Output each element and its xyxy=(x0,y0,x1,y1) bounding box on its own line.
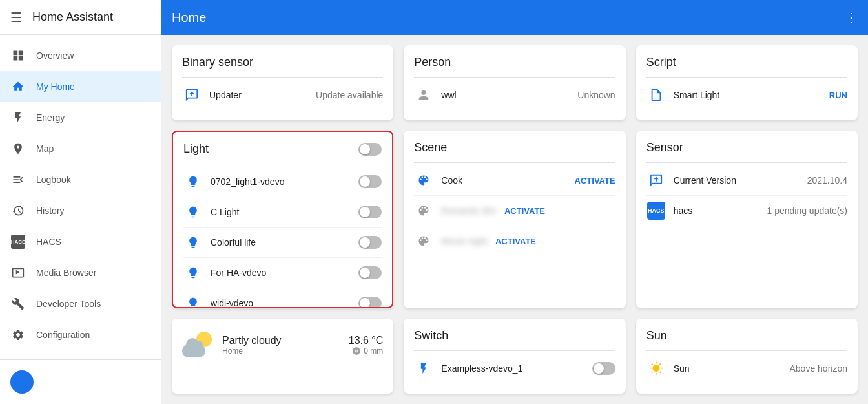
scene-activate-2[interactable]: ACTIVATE xyxy=(495,237,536,246)
switch-example-row[interactable]: Exampless-vdevo_1 xyxy=(414,354,615,383)
light-header: Light xyxy=(183,142,382,156)
scene-cook-row[interactable]: Cook ACTIVATE xyxy=(414,165,615,196)
sun-label: Sun xyxy=(674,363,782,374)
sidebar: ☰ Home Assistant Overview My Home Energy xyxy=(0,0,161,404)
scene-row-2[interactable]: Movie night ACTIVATE xyxy=(414,226,615,256)
divider-sensor xyxy=(646,162,847,163)
topbar: Home ⋮ xyxy=(161,0,868,35)
scene-activate-1[interactable]: ACTIVATE xyxy=(504,206,545,216)
scene-cook-label: Cook xyxy=(441,175,566,186)
light-item-0702[interactable]: 0702_light1-vdevo xyxy=(183,167,382,197)
config-icon xyxy=(10,327,26,343)
switch-example-label: Exampless-vdevo_1 xyxy=(441,363,584,374)
light-widivdevo-label: widi-vdevo xyxy=(211,298,351,308)
script-icon xyxy=(646,85,666,105)
person-title: Person xyxy=(414,56,615,69)
weather-card: Partly cloudy Home 13.6 °C 0 mm xyxy=(172,319,393,394)
main-area: Home ⋮ Binary sensor Updater Update avai… xyxy=(161,0,868,404)
sidebar-item-developer-tools[interactable]: Developer Tools xyxy=(0,288,161,319)
topbar-menu-icon[interactable]: ⋮ xyxy=(845,10,858,25)
sensor-version-row[interactable]: Current Version 2021.10.4 xyxy=(646,165,847,196)
sensor-title: Sensor xyxy=(646,141,847,154)
weather-precip: 0 mm xyxy=(349,346,384,356)
light-item-clight[interactable]: C Light xyxy=(183,197,382,228)
sensor-hacs-icon: HACS xyxy=(646,201,666,220)
person-wwl-row[interactable]: wwl Unknown xyxy=(414,80,615,110)
hacs-label: HACS xyxy=(36,237,150,247)
sidebar-item-hacs[interactable]: HACS HACS xyxy=(0,226,161,257)
sun-card: Sun Sun Above horizon xyxy=(636,319,858,394)
weather-content[interactable]: Partly cloudy Home 13.6 °C 0 mm xyxy=(182,329,383,361)
sidebar-item-myhome[interactable]: My Home xyxy=(0,71,161,102)
light-master-toggle[interactable] xyxy=(358,143,382,156)
light-bulb-icon-1 xyxy=(183,202,203,222)
devtools-icon xyxy=(10,296,26,312)
sidebar-item-notifications[interactable]: Notifications 1 xyxy=(0,350,161,359)
light-bulb-icon-0 xyxy=(183,172,203,191)
light-bulb-icon-3 xyxy=(183,263,203,282)
history-label: History xyxy=(36,206,150,216)
sidebar-item-media-browser[interactable]: Media Browser xyxy=(0,257,161,288)
divider-light xyxy=(183,164,382,164)
devtools-label: Developer Tools xyxy=(36,299,150,309)
sun-row[interactable]: Sun Above horizon xyxy=(646,354,847,383)
light-item-widivdevo[interactable]: widi-vdevo xyxy=(183,288,382,308)
logbook-label: Logbook xyxy=(36,175,150,185)
sidebar-item-history[interactable]: History xyxy=(0,195,161,226)
light-0702-label: 0702_light1-vdevo xyxy=(211,176,351,187)
light-bulb-icon-4 xyxy=(183,293,203,308)
light-colorful-label: Colorful life xyxy=(211,237,351,248)
sidebar-item-configuration[interactable]: Configuration xyxy=(0,319,161,350)
updater-value: Update available xyxy=(316,90,383,100)
divider-person xyxy=(414,77,615,78)
person-icon xyxy=(414,85,433,105)
myhome-label: My Home xyxy=(36,81,150,92)
divider-scene xyxy=(414,162,615,163)
menu-icon[interactable]: ☰ xyxy=(10,10,22,25)
sensor-hacs-value: 1 pending update(s) xyxy=(767,206,847,216)
sensor-hacs-label: hacs xyxy=(674,206,760,216)
sidebar-item-overview[interactable]: Overview xyxy=(0,40,161,71)
light-forhavdevo-toggle[interactable] xyxy=(358,266,382,279)
sensor-hacs-row[interactable]: HACS hacs 1 pending update(s) xyxy=(646,196,847,226)
sidebar-item-logbook[interactable]: Logbook xyxy=(0,164,161,195)
weather-icon xyxy=(182,329,214,361)
person-card: Person wwl Unknown xyxy=(404,45,625,120)
content-area: Binary sensor Updater Update available P… xyxy=(161,35,868,404)
precip-value: 0 mm xyxy=(364,346,383,356)
sidebar-item-map[interactable]: Map xyxy=(0,133,161,164)
light-item-colorful[interactable]: Colorful life xyxy=(183,228,382,258)
light-colorful-toggle[interactable] xyxy=(358,236,382,249)
hacs-square-icon: HACS xyxy=(647,202,665,220)
sidebar-item-energy[interactable]: Energy xyxy=(0,102,161,133)
light-clight-toggle[interactable] xyxy=(358,206,382,218)
myhome-icon xyxy=(10,79,26,94)
script-smartlight-label: Smart Light xyxy=(674,90,822,100)
script-run-button[interactable]: RUN xyxy=(829,90,847,100)
light-item-forhavdevo[interactable]: For HA-vdevo xyxy=(183,258,382,288)
weather-temp: 13.6 °C xyxy=(349,335,384,346)
light-clight-label: C Light xyxy=(211,207,351,217)
sun-title: Sun xyxy=(646,329,847,343)
light-master-thumb xyxy=(360,144,370,154)
switch-example-toggle[interactable] xyxy=(592,362,615,375)
weather-stats: 13.6 °C 0 mm xyxy=(349,335,384,356)
scene-cook-icon xyxy=(414,171,433,190)
binary-sensor-updater-row[interactable]: Updater Update available xyxy=(182,80,383,110)
scene-label-1: Romantic dim xyxy=(441,206,497,216)
script-smartlight-row[interactable]: Smart Light RUN xyxy=(646,80,847,110)
page-title: Home xyxy=(172,10,206,25)
sidebar-footer xyxy=(0,359,161,404)
notifications-icon xyxy=(10,358,26,359)
sensor-version-value: 2021.10.4 xyxy=(807,175,847,186)
energy-icon xyxy=(10,110,26,125)
person-wwl-label: wwl xyxy=(441,90,570,100)
scene-row-1[interactable]: Romantic dim ACTIVATE xyxy=(414,196,615,226)
logbook-icon xyxy=(10,172,26,187)
light-0702-toggle[interactable] xyxy=(358,175,382,188)
scene-cook-activate[interactable]: ACTIVATE xyxy=(575,176,615,186)
updater-icon xyxy=(182,85,202,105)
light-widivdevo-toggle[interactable] xyxy=(358,297,382,308)
app-title: Home Assistant xyxy=(32,10,113,24)
user-avatar[interactable] xyxy=(10,370,34,394)
